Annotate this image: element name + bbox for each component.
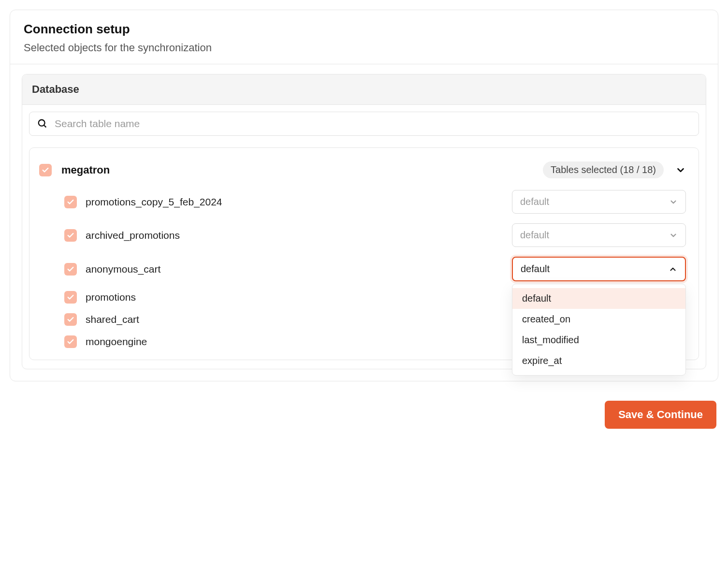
connection-setup-panel: Connection setup Selected objects for th… [10,10,718,381]
panel-header: Connection setup Selected objects for th… [10,10,718,64]
schema-row[interactable]: megatron Tables selected (18 / 18) [38,155,690,185]
page-title: Connection setup [24,22,704,37]
dropdown-option[interactable]: default [512,288,685,309]
select-value: default [520,230,549,241]
table-checkbox[interactable] [64,335,77,348]
search-icon [37,118,48,129]
schema-tree: megatron Tables selected (18 / 18) promo… [29,147,699,360]
table-name: mongoengine [86,336,512,348]
dropdown-option[interactable]: created_on [512,309,685,330]
chevron-down-icon [669,231,678,240]
table-checkbox[interactable] [64,263,77,276]
table-name: promotions_copy_5_feb_2024 [86,196,512,208]
database-block: Database megatron Ta [22,74,706,369]
table-checkbox[interactable] [64,229,77,242]
svg-point-0 [39,120,45,126]
footer: Save & Continue [10,401,718,429]
page-subtitle: Selected objects for the synchronization [24,42,704,54]
search-input[interactable] [55,118,691,130]
table-checkbox[interactable] [64,313,77,326]
table-name: anonymous_cart [86,263,512,275]
cursor-field-select[interactable]: default [512,190,686,214]
panel-body: Database megatron Ta [10,64,718,381]
table-row: promotions_copy_5_feb_2024 default [38,185,690,218]
chevron-up-icon [669,265,677,274]
schema-checkbox[interactable] [39,164,52,176]
cursor-field-select[interactable]: default [512,257,686,281]
database-body: megatron Tables selected (18 / 18) promo… [22,105,706,369]
save-continue-button[interactable]: Save & Continue [605,401,716,429]
tables-selected-badge: Tables selected (18 / 18) [543,161,664,178]
table-checkbox[interactable] [64,196,77,208]
svg-line-1 [44,125,46,128]
dropdown-option[interactable]: last_modified [512,330,685,350]
select-value: default [521,263,550,275]
table-checkbox[interactable] [64,291,77,304]
select-value: default [520,196,549,207]
table-row: archived_promotions default [38,218,690,252]
cursor-field-select[interactable]: default [512,223,686,247]
table-name: shared_cart [86,314,512,325]
database-header: Database [22,74,706,105]
table-row: anonymous_cart default default created_o… [38,252,690,286]
chevron-down-icon[interactable] [675,165,686,175]
table-name: archived_promotions [86,230,512,241]
dropdown-option[interactable]: expire_at [512,350,685,371]
cursor-field-dropdown: default created_on last_modified expire_… [512,284,686,376]
database-label: Database [32,83,696,96]
search-field[interactable] [29,112,699,136]
chevron-down-icon [669,198,678,206]
table-name: promotions [86,291,512,303]
schema-name: megatron [61,164,543,176]
